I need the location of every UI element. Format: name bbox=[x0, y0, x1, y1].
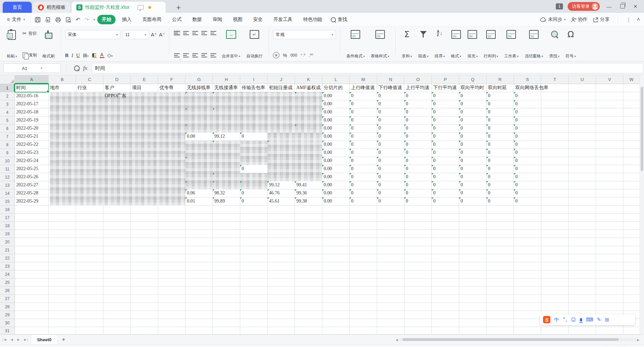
cell-B28[interactable] bbox=[49, 303, 76, 311]
row-header-15[interactable]: 15 bbox=[0, 197, 15, 206]
cell-T16[interactable] bbox=[541, 206, 569, 214]
cell-T28[interactable] bbox=[541, 303, 569, 311]
cell-R23[interactable] bbox=[487, 262, 514, 270]
cell-U12[interactable] bbox=[569, 173, 596, 181]
cell-J27[interactable] bbox=[268, 295, 295, 303]
cell-B30[interactable] bbox=[49, 319, 76, 327]
cell-W17[interactable] bbox=[623, 214, 640, 222]
cell-L12[interactable]: 0.00 bbox=[322, 173, 350, 181]
document-count-badge[interactable]: 1 bbox=[556, 3, 563, 9]
cell-H25[interactable] bbox=[213, 278, 240, 287]
cell-S7[interactable]: 0 bbox=[514, 133, 541, 141]
cell-E28[interactable] bbox=[131, 303, 158, 311]
select-all-corner[interactable] bbox=[0, 75, 15, 84]
cell-J23[interactable] bbox=[268, 262, 295, 270]
cell-T2[interactable] bbox=[541, 92, 569, 100]
工作表-button[interactable]: 工作表▾ bbox=[502, 28, 521, 60]
row-header-4[interactable]: 4 bbox=[0, 108, 15, 116]
thousands-button[interactable]: 000 bbox=[290, 53, 297, 58]
cell-K19[interactable] bbox=[295, 230, 322, 238]
cell-U8[interactable] bbox=[569, 141, 596, 149]
cell-O13[interactable]: 0 bbox=[404, 181, 432, 189]
cell-Q7[interactable]: 0 bbox=[459, 133, 487, 141]
cell-T6[interactable] bbox=[541, 125, 569, 133]
cell-K15[interactable]: 99.38 bbox=[295, 197, 322, 206]
cell-N24[interactable] bbox=[377, 270, 404, 278]
row-header-8[interactable]: 8 bbox=[0, 141, 15, 149]
cell-A13[interactable]: 2022-05-27 bbox=[15, 181, 49, 189]
row-header-9[interactable]: 9 bbox=[0, 149, 15, 157]
cell-F16[interactable] bbox=[158, 206, 185, 214]
column-header-G[interactable]: G bbox=[185, 75, 213, 84]
cell-F29[interactable] bbox=[158, 311, 185, 319]
cell-L19[interactable] bbox=[322, 230, 350, 238]
cell-D25[interactable] bbox=[103, 278, 131, 287]
cell-H29[interactable] bbox=[213, 311, 240, 319]
cell-S16[interactable] bbox=[514, 206, 541, 214]
cell-Q13[interactable]: 0 bbox=[459, 181, 487, 189]
cell-E22[interactable] bbox=[131, 254, 158, 262]
cell-Q21[interactable] bbox=[459, 246, 487, 254]
cell-L27[interactable] bbox=[322, 295, 350, 303]
scroll-left-button[interactable]: ◂ bbox=[396, 337, 398, 342]
cell-A18[interactable] bbox=[15, 222, 49, 230]
cell-M13[interactable]: 0 bbox=[350, 181, 377, 189]
cell-S17[interactable] bbox=[514, 214, 541, 222]
new-tab-button[interactable]: + bbox=[173, 3, 184, 13]
cell-Q25[interactable] bbox=[459, 278, 487, 287]
bold-button[interactable]: B bbox=[65, 53, 69, 58]
cell-S19[interactable] bbox=[514, 230, 541, 238]
cell-Q19[interactable] bbox=[459, 230, 487, 238]
cell-J13[interactable]: 99.12 bbox=[268, 181, 295, 189]
筛选-button[interactable]: 筛选▾ bbox=[416, 28, 431, 60]
cell-W2[interactable] bbox=[623, 92, 640, 100]
cell-P24[interactable] bbox=[432, 270, 459, 278]
冻结窗格-button[interactable]: 冻结窗格▾ bbox=[523, 28, 545, 60]
cell-B29[interactable] bbox=[49, 311, 76, 319]
cell-C24[interactable] bbox=[76, 270, 103, 278]
cell-P18[interactable] bbox=[432, 222, 459, 230]
cell-U6[interactable] bbox=[569, 125, 596, 133]
cell-G31[interactable] bbox=[185, 327, 213, 335]
cell-K24[interactable] bbox=[295, 270, 322, 278]
quick-access-more-icon[interactable]: ▾ bbox=[94, 18, 95, 21]
cell-C1[interactable]: 行业 bbox=[76, 84, 103, 92]
cell-Q2[interactable]: 0 bbox=[459, 92, 487, 100]
row-header-26[interactable]: 26 bbox=[0, 287, 15, 295]
cell-L14[interactable]: 0.00 bbox=[322, 189, 350, 197]
cell-H1[interactable]: 无线接通率 bbox=[213, 84, 240, 92]
cell-B27[interactable] bbox=[49, 295, 76, 303]
cell-J22[interactable] bbox=[268, 254, 295, 262]
cell-W5[interactable] bbox=[623, 116, 640, 125]
cell-S24[interactable] bbox=[514, 270, 541, 278]
cell-F28[interactable] bbox=[158, 303, 185, 311]
cell-S22[interactable] bbox=[514, 254, 541, 262]
cell-F25[interactable] bbox=[158, 278, 185, 287]
tab-active-document[interactable]: S 性能监控-天粒度.xlsx bbox=[72, 2, 166, 13]
cell-P28[interactable] bbox=[432, 303, 459, 311]
cell-K25[interactable] bbox=[295, 278, 322, 287]
cell-P27[interactable] bbox=[432, 295, 459, 303]
cell-S30[interactable] bbox=[514, 319, 541, 327]
cell-A16[interactable] bbox=[15, 206, 49, 214]
cell-V3[interactable] bbox=[596, 100, 623, 108]
column-header-R[interactable]: R bbox=[487, 75, 514, 84]
cell-N27[interactable] bbox=[377, 295, 404, 303]
fill-handle[interactable] bbox=[47, 90, 49, 93]
cell-R5[interactable]: 0 bbox=[487, 116, 514, 125]
cell-R14[interactable]: 0 bbox=[487, 189, 514, 197]
tab-home[interactable]: 首页 bbox=[3, 2, 32, 13]
row-header-29[interactable]: 29 bbox=[0, 311, 15, 319]
increase-decimal-button[interactable]: ⁺.⁰ bbox=[300, 53, 305, 58]
cell-Q23[interactable] bbox=[459, 262, 487, 270]
menu-tab-特色功能[interactable]: 特色功能 bbox=[299, 15, 326, 24]
cell-I20[interactable] bbox=[240, 238, 268, 246]
cell-E26[interactable] bbox=[131, 287, 158, 295]
cell-P9[interactable]: 0 bbox=[432, 149, 459, 157]
cell-N26[interactable] bbox=[377, 287, 404, 295]
cell-P30[interactable] bbox=[432, 319, 459, 327]
cell-A17[interactable] bbox=[15, 214, 49, 222]
cell-P10[interactable]: 0 bbox=[432, 157, 459, 165]
cell-K26[interactable] bbox=[295, 287, 322, 295]
cell-O24[interactable] bbox=[404, 270, 432, 278]
